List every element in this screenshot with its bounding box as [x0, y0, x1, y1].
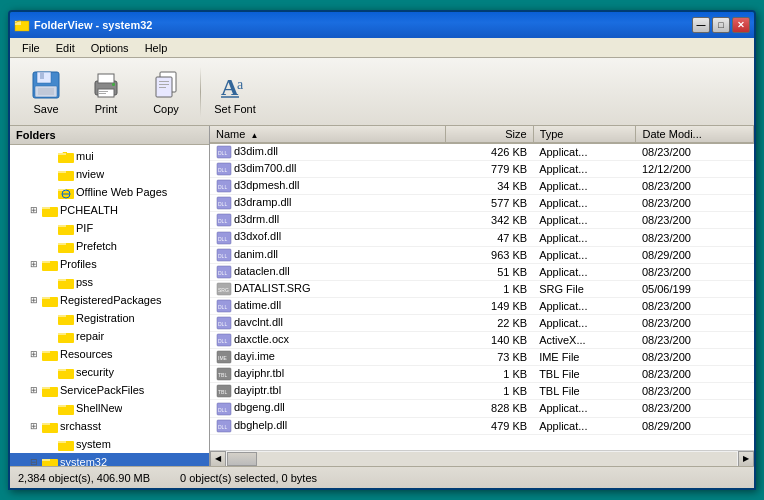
title-bar: FolderView - system32 — □ ✕	[10, 12, 754, 38]
expand-spfiles[interactable]: ⊞	[26, 382, 42, 398]
tree-label-srchasst: srchasst	[60, 420, 101, 432]
expand-pchealth[interactable]: ⊞	[26, 202, 42, 218]
menu-edit[interactable]: Edit	[48, 40, 83, 56]
menu-help[interactable]: Help	[137, 40, 176, 56]
svg-text:DLL: DLL	[218, 236, 227, 242]
copy-button[interactable]: Copy	[138, 64, 194, 120]
tree-item-pchealth[interactable]: ⊞ PCHEALTH	[10, 201, 209, 219]
copy-icon	[150, 69, 182, 101]
folder-icon-pss	[58, 275, 74, 289]
expand-regpkg[interactable]: ⊞	[26, 292, 42, 308]
tree-item-shellnew[interactable]: ShellNew	[10, 399, 209, 417]
tree-label-security: security	[76, 366, 114, 378]
file-name: d3dpmesh.dll	[234, 179, 299, 191]
sort-arrow-name: ▲	[250, 131, 258, 140]
svg-rect-17	[159, 87, 166, 88]
scroll-thumb[interactable]	[227, 452, 257, 466]
table-row[interactable]: DLLd3dpmesh.dll34 KBApplicat...08/23/200	[210, 178, 754, 195]
table-row[interactable]: DLLdavclnt.dll22 KBApplicat...08/23/200	[210, 314, 754, 331]
tree-label-pif: PIF	[76, 222, 93, 234]
expand-repair	[42, 328, 58, 344]
table-row[interactable]: DLLd3dim700.dll779 KBApplicat...12/12/20…	[210, 161, 754, 178]
tree-item-registration[interactable]: Registration	[10, 309, 209, 327]
folders-header: Folders	[10, 126, 209, 145]
table-row[interactable]: TBLdayiptr.tbl1 KBTBL File08/23/200	[210, 383, 754, 400]
tree-item-mui[interactable]: mui	[10, 147, 209, 165]
col-header-type[interactable]: Type	[533, 126, 636, 143]
folder-tree[interactable]: mui nview	[10, 145, 209, 466]
expand-profiles[interactable]: ⊞	[26, 256, 42, 272]
file-icon: DLL	[216, 145, 232, 159]
svg-text:DLL: DLL	[218, 270, 227, 276]
table-row[interactable]: DLLdatime.dll149 KBApplicat...08/23/200	[210, 297, 754, 314]
file-icon: DLL	[216, 299, 232, 313]
file-type: Applicat...	[533, 178, 636, 195]
table-row[interactable]: TBLdayiphr.tbl1 KBTBL File08/23/200	[210, 366, 754, 383]
file-date: 08/29/200	[636, 417, 754, 434]
file-date: 08/23/200	[636, 212, 754, 229]
h-scrollbar[interactable]: ◀ ▶	[210, 450, 754, 466]
tree-item-pss[interactable]: pss	[10, 273, 209, 291]
tree-label-pchealth: PCHEALTH	[60, 204, 118, 216]
scroll-left-button[interactable]: ◀	[210, 451, 226, 467]
svg-text:DLL: DLL	[218, 167, 227, 173]
table-row[interactable]: DLLdaxctle.ocx140 KBActiveX...08/23/200	[210, 332, 754, 349]
minimize-button[interactable]: —	[692, 17, 710, 33]
tree-item-resources[interactable]: ⊞ Resources	[10, 345, 209, 363]
file-icon: DLL	[216, 248, 232, 262]
expand-nview	[42, 166, 58, 182]
setfont-button[interactable]: A a Set Font	[207, 64, 263, 120]
tree-item-pif[interactable]: PIF	[10, 219, 209, 237]
table-row[interactable]: DLLdbgeng.dll828 KBApplicat...08/23/200	[210, 400, 754, 417]
table-row[interactable]: DLLdataclen.dll51 KBApplicat...08/23/200	[210, 263, 754, 280]
table-row[interactable]: DLLdbghelp.dll479 KBApplicat...08/29/200	[210, 417, 754, 434]
table-row[interactable]: DLLd3dxof.dll47 KBApplicat...08/23/200	[210, 229, 754, 246]
expand-resources[interactable]: ⊞	[26, 346, 42, 362]
col-header-size[interactable]: Size	[445, 126, 533, 143]
file-date: 08/23/200	[636, 366, 754, 383]
tree-item-repair[interactable]: repair	[10, 327, 209, 345]
tree-item-prefetch[interactable]: Prefetch	[10, 237, 209, 255]
expand-system32[interactable]: ⊟	[26, 454, 42, 466]
file-name: datime.dll	[234, 299, 281, 311]
svg-rect-10	[112, 83, 115, 86]
file-name: danim.dll	[234, 248, 278, 260]
tree-item-offline-web[interactable]: Offline Web Pages	[10, 183, 209, 201]
table-row[interactable]: IMEdayi.ime73 KBIME File08/23/200	[210, 349, 754, 366]
tree-item-profiles[interactable]: ⊞ Profiles	[10, 255, 209, 273]
scroll-track[interactable]	[227, 452, 737, 466]
col-header-date[interactable]: Date Modi...	[636, 126, 754, 143]
maximize-button[interactable]: □	[712, 17, 730, 33]
toolbar-separator	[200, 67, 201, 117]
file-type: Applicat...	[533, 297, 636, 314]
table-row[interactable]: SRGDATALIST.SRG1 KBSRG File05/06/199	[210, 280, 754, 297]
table-row[interactable]: DLLd3dim.dll426 KBApplicat...08/23/200	[210, 143, 754, 161]
file-size: 140 KB	[445, 332, 533, 349]
table-row[interactable]: DLLdanim.dll963 KBApplicat...08/29/200	[210, 246, 754, 263]
file-size: 963 KB	[445, 246, 533, 263]
tree-item-system32[interactable]: ⊟ system32	[10, 453, 209, 466]
scroll-right-button[interactable]: ▶	[738, 451, 754, 467]
tree-item-security[interactable]: security	[10, 363, 209, 381]
table-row[interactable]: DLLd3drm.dll342 KBApplicat...08/23/200	[210, 212, 754, 229]
save-button[interactable]: Save	[18, 64, 74, 120]
expand-srchasst[interactable]: ⊞	[26, 418, 42, 434]
svg-text:SRG: SRG	[218, 287, 229, 293]
tree-item-srchasst[interactable]: ⊞ srchasst	[10, 417, 209, 435]
tree-item-system[interactable]: system	[10, 435, 209, 453]
tree-item-nview[interactable]: nview	[10, 165, 209, 183]
tree-item-spfiles[interactable]: ⊞ ServicePackFiles	[10, 381, 209, 399]
save-label: Save	[33, 103, 58, 115]
save-icon	[30, 69, 62, 101]
col-header-name[interactable]: Name ▲	[210, 126, 445, 143]
file-icon: DLL	[216, 213, 232, 227]
main-window: FolderView - system32 — □ ✕ File Edit Op…	[8, 10, 756, 490]
tree-item-regpkg[interactable]: ⊞ RegisteredPackages	[10, 291, 209, 309]
file-table-scroll[interactable]: Name ▲ Size Type Date Modi... DLLd3dim.d…	[210, 126, 754, 450]
close-button[interactable]: ✕	[732, 17, 750, 33]
table-row[interactable]: DLLd3dramp.dll577 KBApplicat...08/23/200	[210, 195, 754, 212]
print-button[interactable]: Print	[78, 64, 134, 120]
svg-rect-52	[58, 405, 66, 407]
menu-file[interactable]: File	[14, 40, 48, 56]
menu-options[interactable]: Options	[83, 40, 137, 56]
